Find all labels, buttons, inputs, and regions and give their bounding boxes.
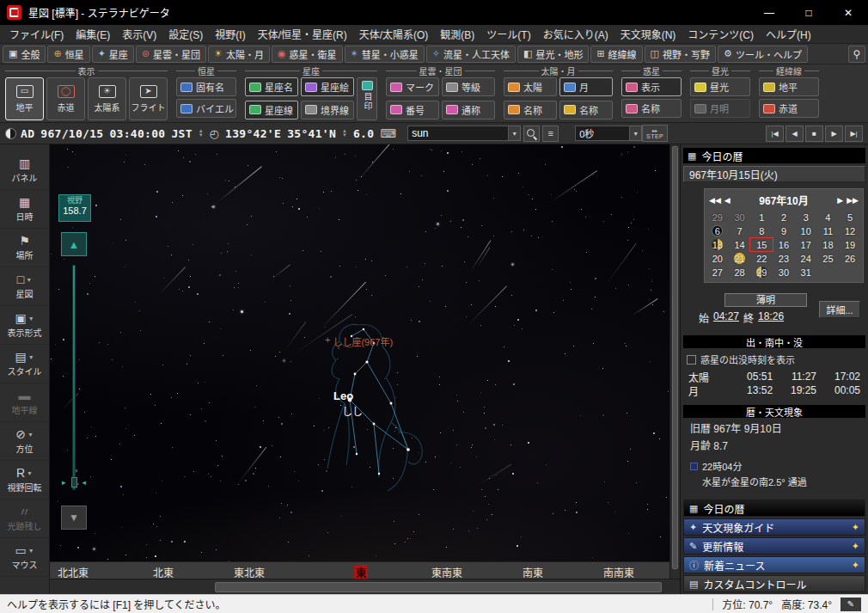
menu-item[interactable]: お気に入り(A) [537,25,614,43]
play-reverse-button[interactable]: ◀ [785,126,804,142]
sidebar-item-mouse[interactable]: ▭▼マウス [0,538,49,577]
star-chart[interactable]: + しし座(967年) Leo しし 視野 158.7 ▲ ▸ ◂ ▼ 北北東北… [50,144,669,579]
toolbar-button[interactable]: 昼光 [690,77,750,96]
spinner-down-icon[interactable]: ▼ [199,133,204,138]
fov-slider[interactable]: ▸ ◂ [68,265,80,490]
calendar-day[interactable]: 12 [839,224,861,237]
toolbar-button[interactable]: 赤道 [759,99,819,118]
prev-year-button[interactable]: ◀◀ [709,196,721,205]
toolbar-button[interactable]: ☀太陽系 [88,77,126,120]
calendar-day[interactable]: 6 [706,224,729,237]
longitude-field[interactable]: 139°42'E [225,127,281,140]
toolbar-button[interactable]: 地平 [759,77,819,96]
fov-slider-handle[interactable]: ▸ ◂ [62,476,86,488]
calendar-day[interactable]: 16 [773,238,795,251]
tab-fov[interactable]: ◫視野・写野 [645,46,716,63]
toolbar-button[interactable]: 星座絵 [301,77,354,96]
toolbar-button[interactable]: 月 [559,77,613,96]
panel-button-today[interactable]: ▦今日の暦 [683,500,865,517]
toolbar-button[interactable]: ➤フライト [129,77,168,120]
calendar-day[interactable]: 5 [839,211,861,224]
toolbar-button[interactable]: 境界線 [301,101,354,120]
zoom-out-button[interactable]: ▼ [61,506,87,530]
latitude-field[interactable]: 35°41'N [287,127,336,140]
menu-item[interactable]: 表示(V) [116,25,162,43]
search-button[interactable] [523,126,540,142]
horizontal-scrollbar[interactable] [50,579,680,594]
calendar-day[interactable]: 24 [795,252,817,265]
sidebar-item-trails[interactable]: 〃光跡残し [0,500,49,538]
timezone-spinner[interactable]: ▲ ▼ [199,129,204,138]
step-mode-button[interactable]: ▸▸ STEP [642,125,668,142]
twilight-end-time[interactable]: 18:26 [758,310,784,325]
calendar-day[interactable]: 27 [706,266,729,279]
fov-slider-track[interactable] [72,265,76,490]
calendar-day[interactable]: 28 [729,266,751,279]
menu-item[interactable]: コンテンツ(C) [682,25,760,43]
calendar-day[interactable]: 25 [817,252,840,265]
calendar-day[interactable]: 15 [750,238,773,251]
toolbar-button[interactable]: 番号 [386,101,439,120]
toolbar-button[interactable]: 等級 [442,77,495,96]
calendar-day[interactable]: 3 [795,211,817,224]
close-button[interactable]: ✕ [828,0,868,25]
toolbar-button[interactable]: 太陽 [504,77,557,96]
prev-month-button[interactable]: ◀ [724,196,730,205]
sidebar-item-fov-rotation[interactable]: R▼視野回転 [0,461,49,500]
calendar-day[interactable]: 17 [795,238,817,251]
planet-times-checkbox[interactable] [687,355,696,365]
calendar-day[interactable]: 26 [839,252,861,265]
tab-stars[interactable]: ⊕恒星 [47,46,89,63]
menu-item[interactable]: 設定(S) [162,25,209,43]
tab-planets[interactable]: ◉惑星・衛星 [272,46,343,63]
calendar-day[interactable]: 13 [706,238,729,251]
search-drop-icon[interactable]: ▼ [509,126,521,141]
toolbar-button[interactable]: 通称 [442,101,495,120]
jump-start-button[interactable]: |◀ [766,126,784,142]
panel-button-custom[interactable]: ▤カスタムコントロール [683,575,865,592]
calendar-day[interactable]: 4 [817,211,840,224]
tab-constellation[interactable]: ✦星座 [92,46,134,63]
tab-meteors[interactable]: ✧流星・人工天体 [426,46,516,63]
calendar-day[interactable]: 29 [750,266,773,279]
toolbar-button[interactable]: 星座名 [245,77,298,96]
calendar-day[interactable]: 29 [706,211,729,224]
toolbar-button[interactable]: バイエル [176,99,236,118]
era-toggle-button[interactable]: AD [5,127,34,140]
tab-sun-moon[interactable]: ☀太陽・月 [208,46,270,63]
toolbar-button[interactable]: 名称 [504,101,557,120]
tab-daylight[interactable]: ◧昼光・地形 [517,46,589,63]
calendar-day[interactable]: 19 [839,238,861,251]
time-field[interactable]: 03:40:00 [109,127,165,140]
date-field[interactable]: 967/10/15 [40,127,103,140]
tab-general[interactable]: ▣全般 [3,46,46,63]
panel-button-update[interactable]: ✎更新情報✦ [683,537,865,555]
sidebar-item-style[interactable]: ▤▼スタイル [0,345,49,383]
toolbar-button[interactable]: 星座線 [245,101,298,120]
spinner-down-icon[interactable]: ▼ [342,133,347,138]
calendar-day[interactable]: 18 [817,238,840,251]
menu-item[interactable]: 天文現象(N) [614,25,682,43]
calendar-day[interactable]: 9 [773,224,795,237]
panel-button-guide[interactable]: ✦天文現象ガイド✦ [683,518,865,536]
menu-item[interactable]: 天体/太陽系(O) [353,25,435,43]
sidebar-item-horizon[interactable]: ▬地平線 [0,383,49,422]
next-year-button[interactable]: ▶▶ [847,196,859,205]
calendar-day[interactable]: 1 [750,211,773,224]
step-value-select[interactable]: 0秒 [575,126,630,141]
toolbar-button[interactable]: 月明 [690,99,750,118]
sidebar-item-datetime[interactable]: ▦日時 [0,190,49,229]
sidebar-item-starchart[interactable]: □▼星図 [0,267,49,306]
calendar-day[interactable]: 30 [729,211,751,224]
step-drop-icon[interactable]: ▼ [630,126,642,141]
panel-button-news[interactable]: ⓘ新着ニュース✦ [683,556,865,573]
tab-comets[interactable]: ✶彗星・小惑星 [345,46,425,63]
search-input[interactable] [407,126,509,141]
menu-item[interactable]: 編集(E) [70,25,116,43]
twilight-start-time[interactable]: 04:27 [713,310,739,325]
tab-nebulae[interactable]: ⊚星雲・星団 [136,46,206,63]
keyboard-icon[interactable]: ⌨ [380,128,396,139]
toolbar-button[interactable]: マーク [386,77,439,96]
calendar-day[interactable]: 31 [795,266,817,279]
toolbar-button[interactable]: ▭地平 [5,77,44,120]
